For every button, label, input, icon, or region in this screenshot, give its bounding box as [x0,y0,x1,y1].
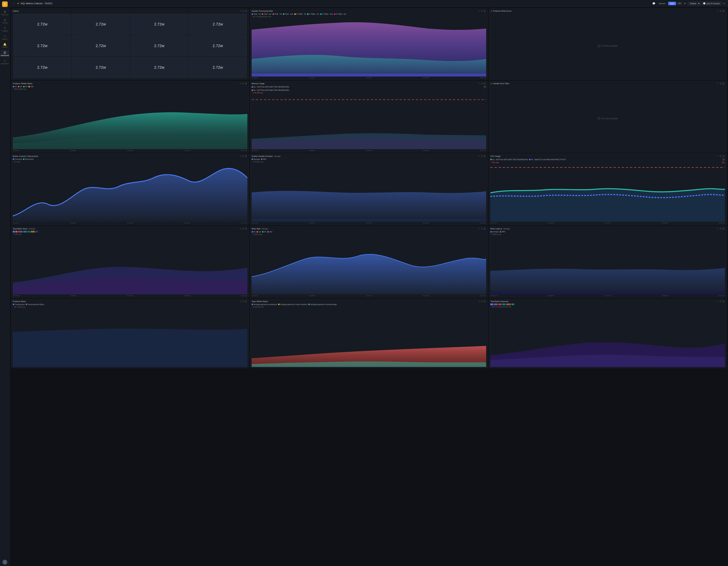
chart-area [252,94,486,149]
refresh-button[interactable]: ↻ [722,1,726,6]
panel-delete-button[interactable]: 🗑 [245,300,247,303]
default-select[interactable]: Default [688,2,700,5]
panel-copy-button[interactable]: ⧉ [720,155,722,158]
back-button[interactable]: ← [12,1,16,6]
chart-svg [13,91,247,149]
legend-item: Total - was [283,13,293,15]
panel-copy-button[interactable]: ⧉ [481,300,483,303]
panel-mu-header: Memory Usage ✎ ⧉ 🗑 [250,81,488,86]
sidebar-item-logging[interactable]: ≡ Logging [1,25,9,33]
panel-edit-button[interactable]: ✎ [239,300,242,303]
sidebar-item-tracing[interactable]: ◎ Tracing [1,17,9,25]
panel-delete-button[interactable]: 🗑 [483,10,486,12]
panel-edit-button[interactable]: ✎ [717,155,719,158]
chart-svg [490,236,725,294]
panel-copy-button[interactable]: ⧉ [481,82,483,85]
panel-delete-button[interactable]: 🗑 [722,82,725,85]
panel-delete-button[interactable]: 🗑 [245,227,247,230]
panel-tbs-body: ↑ 3.5K max 22:24:10 22:25:55 22:27:40 22… [11,231,249,297]
panel-total-batch-sizes: Total Batch Sizes Average ✎ ⧉ 🗑 [11,226,249,297]
panel-wl-body: Average 99% ↑ 0.99ms max [489,231,726,297]
sidebar-item-label: Alerting [2,46,7,48]
sidebar-item-label: Logging [2,30,7,32]
panel-copy-button[interactable]: ⧉ [720,10,722,12]
panel-delete-button[interactable]: 🗑 [245,155,247,158]
panel-copy-button[interactable]: ⧉ [481,155,483,158]
panel-delete-button[interactable]: 🗑 [722,300,725,303]
panel-edit-button[interactable]: ✎ [717,227,719,230]
panel-twb-title: Topic Written Bytes [252,300,477,302]
chart-area [13,308,247,367]
user-avatar[interactable]: 👤 [2,560,7,565]
panel-delete-button[interactable]: 🗑 [245,10,247,12]
panel-delete-button[interactable]: 🗑 [245,82,247,85]
panel-delete-button[interactable]: 🗑 [722,227,725,230]
legend-item: Total - fra [252,13,261,15]
topbar-actions: 💬 Discard Save ⌘K ⚙ Default 🕐 Last 10 mi… [652,1,726,6]
metrics-icon: ∿ [4,35,6,38]
panel-copy-button[interactable]: ⧉ [242,10,244,12]
panel-delete-button[interactable]: 🗑 [483,155,486,158]
sidebar-item-resources[interactable]: ⊞ Resources [1,9,9,17]
panel-delete-button[interactable]: 🗑 [483,300,486,303]
integrations-icon: ⬡ [4,59,6,62]
panel-cu-title: CPU Usage [490,155,716,157]
uptime-cell: 2.72w [189,14,247,35]
panel-bcd-body: Connects Disconnect ↑ 0.4 max [11,158,249,225]
panel-edit-button[interactable]: ✎ [239,227,242,230]
panel-edit-button[interactable]: ✎ [478,155,480,158]
legend-item: 99% [500,231,505,233]
series-dropdown[interactable]: ▾ [484,86,486,88]
max-label: ↑ 41.83ms max [252,161,486,163]
panel-edit-button[interactable]: ✎ [239,82,242,85]
panel-uptime-title: Uptime [13,10,239,12]
panel-delete-button[interactable]: 🗑 [483,82,486,85]
legend-item: In Flight - sfo [307,13,319,15]
panel-edit-button[interactable]: ✎ [478,10,480,12]
panel-edit-button[interactable]: ✎ [717,10,719,12]
panel-copy-button[interactable]: ⧉ [481,10,483,12]
panel-edit-button[interactable]: ✎ [478,300,480,303]
panel-copy-button[interactable]: ⧉ [481,227,483,230]
settings-button[interactable]: ⚙ [683,1,687,6]
comment-button[interactable]: 💬 [652,1,656,6]
discard-button[interactable]: Discard [657,2,667,5]
panel-copy-button[interactable]: ⧉ [242,227,244,230]
panel-edit-button[interactable]: ✎ [239,155,242,158]
legend-item: fra [252,231,256,233]
panel-pb-title: Producer Bytes [13,300,239,302]
favorite-star[interactable]: ★ [17,2,19,5]
chart-svg [252,18,486,77]
panel-edit-button[interactable]: ✎ [478,82,480,85]
panel-pwe-body: ⊗ No data available [489,13,726,80]
sidebar-item-integrations[interactable]: ⬡ Integrations [1,58,9,66]
panel-edit-button[interactable]: ✎ [717,82,719,85]
panel-delete-button[interactable]: 🗑 [722,155,725,158]
sidebar-item-label: Integrations [1,63,9,65]
save-button[interactable]: Save [668,2,676,5]
panel-edit-button[interactable]: ✎ [717,300,719,303]
panel-delete-button[interactable]: 🗑 [722,10,725,12]
legend-item: par [18,86,22,88]
panel-copy-button[interactable]: ⧉ [720,227,722,230]
app-logo[interactable]: C [2,1,8,7]
sidebar-item-alerting[interactable]: 🔔 Alerting [1,42,9,49]
panel-copy-button[interactable]: ⧉ [720,82,722,85]
sidebar-item-metrics[interactable]: ∿ Metrics [1,33,9,41]
uptime-cell: 2.72w [72,57,130,78]
panel-copy-button[interactable]: ⧉ [242,300,244,303]
chart-area [13,91,247,149]
legend-item: was [267,231,272,233]
panel-edit-button[interactable]: ✎ [478,227,480,230]
panel-copy-button[interactable]: ⧉ [242,82,244,85]
sidebar-item-dashboards[interactable]: ⊡ Dashboards [1,50,9,57]
time-range-selector[interactable]: 🕐 Last 10 minutes [701,2,721,5]
panel-copy-button[interactable]: ⧉ [720,300,722,303]
uptime-grid: 2.72w 2.72w 2.72w 2.72w 2.72w 2.72w 2.72… [13,13,247,79]
panel-delete-button[interactable]: 🗑 [483,227,486,230]
uptime-cell: 2.72w [130,14,188,35]
panel-edit-button[interactable]: ✎ [239,10,242,12]
panel-copy-button[interactable]: ⧉ [242,155,244,158]
series-dropdown[interactable]: ▾ [722,158,725,161]
panel-uptime-header: Uptime ✎ ⧉ 🗑 [11,9,249,13]
